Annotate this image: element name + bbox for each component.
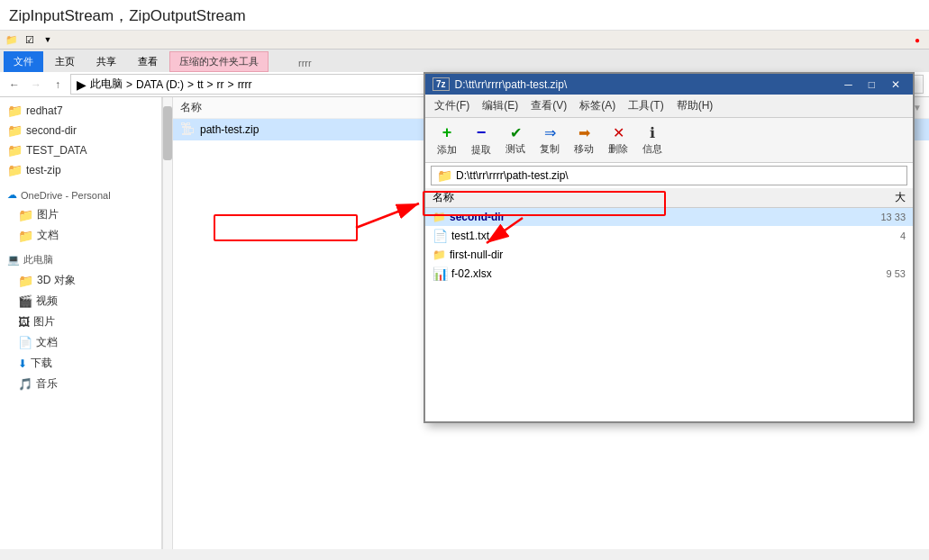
pin-quick-icon[interactable]: ▼ bbox=[40, 32, 56, 48]
extract-icon: − bbox=[477, 123, 487, 142]
sidebar: 📁 redhat7 📁 second-dir 📁 TEST_DATA 📁 tes… bbox=[0, 97, 162, 549]
column-header-name: 名称 bbox=[180, 100, 202, 115]
breadcrumb-rrrr[interactable]: rrrr bbox=[238, 78, 252, 91]
sidebar-item-video[interactable]: 🎬 视频 bbox=[0, 291, 161, 312]
zip-address-text: D:\tt\rr\rrrr\path-test.zip\ bbox=[456, 169, 569, 182]
page-title: ZipInputStream，ZipOutputStream bbox=[0, 0, 929, 31]
zip-title-text: D:\tt\rr\rrrr\path-test.zip\ bbox=[455, 78, 568, 91]
zip-file-icon: 🗜 bbox=[180, 122, 195, 138]
ribbon-tabs: 文件 主页 共享 查看 压缩的文件夹工具 rrrr bbox=[0, 50, 929, 72]
zip-btn-info[interactable]: ℹ 信息 bbox=[636, 122, 669, 158]
zip-folder-icon: 📁 bbox=[437, 168, 452, 183]
zip-folder-icon: 📁 bbox=[433, 211, 446, 223]
delete-icon: ✕ bbox=[613, 124, 624, 141]
add-icon: + bbox=[442, 123, 452, 142]
menu-view[interactable]: 查看(V) bbox=[525, 96, 572, 115]
folder-icon: 📁 bbox=[7, 163, 23, 177]
quick-access-toolbar: 📁 ☑ ▼ ● bbox=[0, 31, 929, 50]
download-icon: ⬇ bbox=[18, 357, 27, 370]
zip-window: 7z D:\tt\rr\rrrr\path-test.zip\ ─ □ ✕ 文件… bbox=[424, 72, 915, 423]
breadcrumb-icon: ▶ bbox=[77, 77, 87, 92]
zip-item-first-null-dir[interactable]: 📁 first-null-dir bbox=[425, 246, 913, 264]
sidebar-item-documents2[interactable]: 📄 文档 bbox=[0, 332, 161, 353]
sidebar-item-pictures2[interactable]: 🖼 图片 bbox=[0, 312, 161, 332]
info-icon: ℹ bbox=[650, 124, 655, 141]
zip-folder2-icon: 📁 bbox=[433, 248, 446, 261]
zip-btn-delete[interactable]: ✕ 删除 bbox=[602, 122, 634, 158]
sidebar-section-thispc[interactable]: 💻 此电脑 bbox=[0, 249, 161, 270]
back-btn[interactable]: ← bbox=[5, 76, 23, 94]
zip-col-name: 名称 bbox=[433, 190, 833, 205]
minimize-btn[interactable]: ● bbox=[909, 32, 925, 48]
zip-file-list: 📁 second-dir 13 33 📄 test1.txt 4 📁 first… bbox=[425, 208, 913, 284]
breadcrumb-computer[interactable]: 此电脑 bbox=[90, 77, 123, 92]
sidebar-item-3d[interactable]: 📁 3D 对象 bbox=[0, 270, 161, 291]
sidebar-item-downloads[interactable]: ⬇ 下载 bbox=[0, 353, 161, 374]
zip-btn-test[interactable]: ✔ 测试 bbox=[499, 122, 532, 158]
zip-address-display[interactable]: 📁 D:\tt\rr\rrrr\path-test.zip\ bbox=[431, 166, 907, 185]
video-icon: 🎬 bbox=[18, 294, 32, 308]
sidebar-section-onedrive[interactable]: ☁ OneDrive - Personal bbox=[0, 185, 161, 204]
zip-btn-add[interactable]: + 添加 bbox=[431, 122, 463, 158]
tab-rrrr[interactable]: rrrr bbox=[288, 54, 322, 72]
folder-icon: 📁 bbox=[18, 208, 33, 222]
zip-item-second-dir[interactable]: 📁 second-dir 13 33 bbox=[425, 208, 913, 226]
test-icon: ✔ bbox=[510, 124, 522, 141]
zip-excel-icon: 📊 bbox=[433, 266, 448, 281]
tab-view[interactable]: 查看 bbox=[128, 51, 168, 72]
music-icon: 🎵 bbox=[18, 377, 32, 391]
zip-btn-move[interactable]: ➡ 移动 bbox=[568, 122, 600, 158]
breadcrumb-tt[interactable]: tt bbox=[197, 78, 204, 91]
sidebar-item-music[interactable]: 🎵 音乐 bbox=[0, 374, 161, 394]
folder-icon: 📁 bbox=[7, 143, 23, 158]
tab-file[interactable]: 文件 bbox=[4, 51, 43, 72]
sidebar-item-test-data[interactable]: 📁 TEST_DATA bbox=[0, 140, 161, 160]
cloud-icon: ☁ bbox=[7, 189, 17, 201]
zip-btn-copy[interactable]: ⇒ 复制 bbox=[533, 122, 566, 158]
zip-toolbar: + 添加 − 提取 ✔ 测试 ⇒ 复制 ➡ 移动 ✕ 删除 ℹ 信息 bbox=[425, 118, 913, 163]
folder-icon: 📁 bbox=[7, 123, 23, 138]
sidebar-item-pictures1[interactable]: 📁 图片 bbox=[0, 204, 161, 225]
sidebar-item-documents1[interactable]: 📁 文档 bbox=[0, 225, 161, 246]
menu-tools[interactable]: 工具(T) bbox=[623, 96, 669, 115]
breadcrumb-drive[interactable]: DATA (D:) bbox=[136, 78, 184, 91]
zip-app-icon: 7z bbox=[433, 77, 450, 91]
zip-item-f02-xlsx[interactable]: 📊 f-02.xlsx 9 53 bbox=[425, 264, 913, 284]
menu-edit[interactable]: 编辑(E) bbox=[477, 96, 524, 115]
folder-quick-icon[interactable]: 📁 bbox=[4, 32, 20, 48]
move-icon: ➡ bbox=[578, 124, 590, 141]
menu-help[interactable]: 帮助(H) bbox=[671, 96, 719, 115]
folder-icon: 📁 bbox=[18, 229, 33, 243]
folder-icon: 📁 bbox=[7, 104, 23, 118]
computer-icon: 💻 bbox=[7, 254, 20, 266]
tab-share[interactable]: 共享 bbox=[87, 51, 126, 72]
zip-menubar: 文件(F) 编辑(E) 查看(V) 标签(A) 工具(T) 帮助(H) bbox=[425, 95, 913, 118]
menu-bookmark[interactable]: 标签(A) bbox=[574, 96, 621, 115]
zip-item-test1-txt[interactable]: 📄 test1.txt 4 bbox=[425, 226, 913, 246]
sidebar-item-second-dir[interactable]: 📁 second-dir bbox=[0, 121, 161, 140]
sidebar-scrollbar[interactable] bbox=[162, 97, 173, 549]
zip-file-icon: 📄 bbox=[433, 229, 448, 243]
zip-file-header: 名称 大 bbox=[425, 188, 913, 208]
sidebar-item-test-zip[interactable]: 📁 test-zip bbox=[0, 160, 161, 180]
zip-btn-extract[interactable]: − 提取 bbox=[465, 122, 497, 158]
zip-col-size: 大 bbox=[833, 190, 906, 205]
tab-home[interactable]: 主页 bbox=[45, 51, 85, 72]
folder-icon: 📁 bbox=[18, 274, 33, 288]
zip-address-bar: 📁 D:\tt\rr\rrrr\path-test.zip\ bbox=[431, 166, 907, 185]
forward-btn[interactable]: → bbox=[27, 76, 45, 94]
zip-maximize-btn[interactable]: □ bbox=[863, 78, 880, 91]
checkbox-quick-icon[interactable]: ☑ bbox=[22, 32, 38, 48]
menu-file[interactable]: 文件(F) bbox=[429, 96, 475, 115]
breadcrumb-rr[interactable]: rr bbox=[217, 78, 224, 91]
pictures-icon: 🖼 bbox=[18, 315, 30, 329]
copy-icon: ⇒ bbox=[544, 124, 556, 141]
zip-titlebar: 7z D:\tt\rr\rrrr\path-test.zip\ ─ □ ✕ bbox=[425, 74, 913, 95]
tab-ziptools[interactable]: 压缩的文件夹工具 bbox=[169, 51, 269, 72]
zip-close-btn[interactable]: ✕ bbox=[886, 78, 906, 91]
sidebar-item-redhat7[interactable]: 📁 redhat7 bbox=[0, 101, 161, 121]
zip-minimize-btn[interactable]: ─ bbox=[839, 78, 858, 91]
documents-icon: 📄 bbox=[18, 336, 32, 349]
up-btn[interactable]: ↑ bbox=[49, 76, 67, 94]
